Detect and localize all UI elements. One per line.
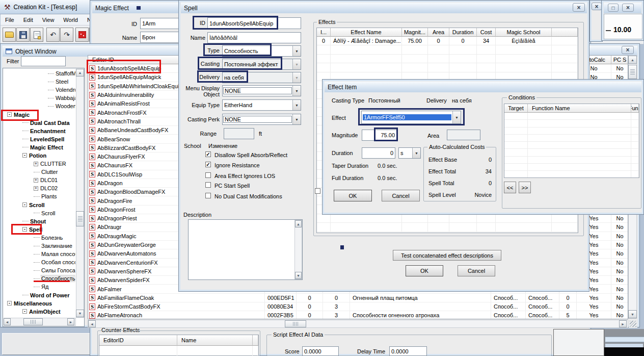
tree-item[interactable]: Scroll bbox=[4, 209, 75, 217]
column-header[interactable]: Func bbox=[631, 104, 639, 113]
column-header[interactable]: Name bbox=[177, 335, 253, 346]
column-header[interactable]: Effect Name bbox=[331, 28, 402, 37]
tree-item[interactable]: LeveledSpell bbox=[4, 135, 75, 143]
delay-time-input[interactable]: 0.0000 bbox=[389, 346, 427, 356]
effect-item-ok-button[interactable]: OK bbox=[334, 190, 372, 201]
tree-item[interactable]: Силы Голоса bbox=[4, 266, 75, 274]
tree-item[interactable]: Wabbajack bbox=[4, 94, 75, 102]
description-vscrollbar[interactable] bbox=[294, 220, 302, 279]
condition-move-down-button[interactable]: >> bbox=[519, 182, 531, 193]
collapse-icon[interactable]: - bbox=[22, 309, 27, 314]
chevron-down-icon[interactable]: ▼ bbox=[292, 114, 301, 124]
column-header[interactable]: Cost bbox=[477, 28, 496, 37]
forms-list-row[interactable]: SAbFlameAtronach0002F3B503Способности ог… bbox=[88, 311, 628, 319]
description-textarea[interactable]: ▲ ▼ bbox=[188, 219, 303, 280]
ei-duration-input[interactable]: 0 bbox=[362, 147, 395, 159]
object-window-close-button[interactable]: × bbox=[622, 46, 634, 54]
tree-item[interactable]: Яд bbox=[4, 283, 75, 291]
stray-checkbox[interactable] bbox=[315, 188, 320, 194]
tree-item[interactable]: Заклинание bbox=[4, 242, 75, 250]
chevron-down-icon[interactable]: ▼ bbox=[292, 46, 301, 56]
resize-grip[interactable] bbox=[629, 320, 637, 328]
tree-item[interactable]: -Scroll bbox=[4, 201, 75, 209]
column-header[interactable]: EditorID bbox=[99, 335, 177, 346]
scroll-up-button[interactable]: ▲ bbox=[628, 56, 637, 64]
collapse-icon[interactable]: - bbox=[22, 202, 27, 207]
filter-input[interactable] bbox=[21, 56, 66, 66]
chevron-down-icon[interactable]: ▼ bbox=[292, 100, 301, 110]
save-button[interactable] bbox=[16, 28, 30, 42]
column-header[interactable] bbox=[552, 28, 578, 37]
tree-item[interactable]: -Miscellaneous bbox=[4, 299, 75, 308]
score-input[interactable]: 0.0000 bbox=[302, 346, 339, 356]
checkbox-unchecked[interactable] bbox=[205, 172, 211, 178]
snap-to-grid-button[interactable] bbox=[75, 28, 89, 42]
scroll-down-button[interactable]: ▼ bbox=[628, 310, 637, 318]
conditions-table-header[interactable]: TargetFunction NameFunc bbox=[504, 104, 639, 113]
spell-close-button[interactable]: × bbox=[573, 3, 585, 12]
forms-list-row[interactable]: SAbFireStormCastBodyFX00080E3403Способ..… bbox=[88, 302, 628, 311]
tree-item[interactable]: Plants bbox=[4, 192, 75, 200]
column-header[interactable]: PC S bbox=[611, 56, 628, 64]
spell-titlebar[interactable]: Spell bbox=[181, 3, 587, 13]
effect-item-titlebar[interactable]: Effect Item bbox=[325, 82, 641, 92]
effect-row[interactable]: 0Áðîíÿ - Æåëåçî : Damage...75.000034Èçìå… bbox=[317, 37, 578, 45]
menu-world[interactable]: World bbox=[59, 17, 83, 23]
list-vscroll-thumb[interactable] bbox=[628, 65, 637, 79]
column-header[interactable]: Target bbox=[504, 104, 528, 113]
menu-display-object-dropdown[interactable]: NONE ▼ bbox=[222, 85, 301, 96]
tree-item[interactable]: Word of Power bbox=[4, 291, 75, 299]
condition-move-up-button[interactable]: << bbox=[504, 182, 516, 193]
collapse-icon[interactable]: - bbox=[22, 153, 27, 158]
spell-name-input[interactable]: Ìàñòåðñòâî bbox=[207, 32, 301, 43]
menu-file[interactable]: File bbox=[1, 17, 19, 23]
tree-item[interactable]: Малая способн bbox=[4, 250, 75, 258]
preferences-button[interactable] bbox=[30, 28, 43, 42]
tree-vscroll-thumb[interactable] bbox=[76, 211, 84, 226]
tree-item[interactable]: Volendrung bbox=[4, 86, 75, 94]
scroll-down-button[interactable]: ▼ bbox=[295, 272, 302, 279]
checkbox-unchecked[interactable] bbox=[205, 193, 211, 198]
scroll-right-button[interactable]: ► bbox=[619, 320, 627, 327]
column-header[interactable]: Magnit... bbox=[402, 28, 428, 37]
list-hscrollbar[interactable] bbox=[88, 320, 628, 328]
expand-icon[interactable]: + bbox=[34, 178, 38, 183]
casting-perk-dropdown[interactable]: NONE ▼ bbox=[222, 114, 301, 125]
column-header[interactable] bbox=[253, 335, 258, 346]
tree-item[interactable]: Болезнь bbox=[4, 234, 75, 242]
tree-item[interactable]: Особая способ bbox=[4, 258, 75, 266]
tree-item[interactable]: Magic Effect bbox=[4, 143, 75, 151]
equip-type-dropdown[interactable]: EitherHand ▼ bbox=[222, 99, 301, 111]
counter-effects-table[interactable]: EditorIDName bbox=[99, 335, 259, 356]
collapse-icon[interactable]: - bbox=[7, 301, 12, 306]
duration-unit-dropdown[interactable]: s ▼ bbox=[398, 147, 421, 159]
scroll-left-button[interactable]: ◄ bbox=[88, 320, 96, 327]
forms-list-row[interactable]: SAbFamiliarFlameCloak000ED5F100Огненный … bbox=[88, 294, 628, 302]
expand-icon[interactable]: + bbox=[34, 162, 38, 166]
column-header[interactable]: I... bbox=[317, 28, 331, 37]
tree-item[interactable]: Steel bbox=[4, 78, 75, 86]
tree-vscrollbar[interactable] bbox=[76, 69, 84, 318]
open-file-button[interactable] bbox=[3, 28, 16, 42]
restore-button[interactable]: □ bbox=[608, 4, 619, 12]
spell-cancel-button[interactable]: Cancel bbox=[458, 265, 495, 276]
scroll-up-button[interactable]: ▲ bbox=[76, 69, 84, 77]
column-header[interactable]: Duration bbox=[449, 28, 477, 37]
chevron-down-icon[interactable]: ▼ bbox=[292, 86, 301, 96]
tree-item[interactable]: -Potion bbox=[4, 151, 75, 160]
effect-item-cancel-button[interactable]: Cancel bbox=[382, 190, 420, 201]
checkbox-checked[interactable]: ✓ bbox=[205, 162, 211, 167]
tree-item[interactable]: +DLC02 bbox=[4, 184, 75, 192]
tree-item[interactable]: Clutter bbox=[4, 168, 75, 176]
scroll-up-button[interactable]: ▲ bbox=[295, 220, 302, 227]
menu-edit[interactable]: Edit bbox=[19, 17, 38, 23]
column-header[interactable]: Area bbox=[428, 28, 449, 37]
redo-button[interactable]: ↷ bbox=[60, 28, 73, 42]
tree-item[interactable]: +CLUTTER bbox=[4, 160, 75, 168]
chevron-down-icon[interactable]: ▼ bbox=[412, 148, 420, 158]
tree-hscroll-thumb[interactable] bbox=[23, 318, 43, 325]
checkbox-unchecked[interactable] bbox=[205, 182, 211, 188]
scroll-down-button[interactable]: ▼ bbox=[76, 310, 84, 317]
menu-view[interactable]: View bbox=[38, 17, 59, 23]
column-header[interactable]: Magic School bbox=[496, 28, 552, 37]
